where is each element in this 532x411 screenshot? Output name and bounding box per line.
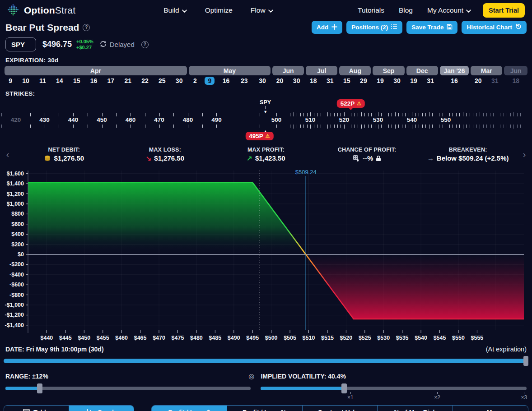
tab-profit-loss-[interactable]: Profit / Loss % [227, 406, 302, 411]
expiration-date[interactable]: 9 [205, 77, 215, 85]
nav-item-build[interactable]: Build [163, 6, 187, 14]
strike-badge-495p[interactable]: 495P⚠ [245, 132, 273, 140]
expiration-date[interactable]: 20 [471, 77, 485, 85]
iv-marker-x2: ×2 [434, 394, 440, 401]
expiration-date[interactable]: 15 [70, 77, 84, 85]
nav-item-blog[interactable]: Blog [399, 6, 413, 14]
iv-marker-tick [524, 392, 524, 394]
tab-graph[interactable]: Graph [69, 406, 134, 411]
expiration-date[interactable]: 16 [448, 77, 461, 85]
expiration-date[interactable]: 30 [173, 77, 186, 85]
strategy-help-icon[interactable]: ? [83, 24, 90, 31]
month-group: May29162330 [188, 66, 271, 86]
optionstrat-logo[interactable]: OptionStrat [6, 4, 75, 17]
expiration-date[interactable]: 29 [357, 77, 370, 85]
month-pill[interactable]: Aug [339, 66, 371, 75]
expiration-date[interactable]: 30 [290, 77, 303, 85]
expiration-date[interactable]: 30 [256, 77, 269, 85]
chevron-down-icon [182, 6, 187, 14]
expiration-date[interactable]: 30 [390, 77, 404, 85]
add-button[interactable]: Add [312, 21, 342, 34]
svg-text:$1,400: $1,400 [7, 180, 24, 187]
date-slider-handle[interactable] [523, 356, 528, 366]
expiration-date[interactable]: 23 [238, 77, 251, 85]
nav-item-my-account[interactable]: My Account [427, 6, 471, 14]
iv-slider[interactable] [261, 383, 527, 393]
strike-tick [88, 125, 88, 128]
target-icon[interactable]: ◎ [248, 372, 254, 380]
expiration-date[interactable]: 19 [407, 77, 420, 85]
expiration-date[interactable]: 16 [219, 77, 233, 85]
expiration-date[interactable]: 19 [373, 77, 387, 85]
expiration-date[interactable]: 15 [340, 77, 354, 85]
month-pill[interactable]: Dec [406, 66, 438, 75]
month-group: Jul1831 [305, 66, 338, 86]
month-pill[interactable]: Jul [306, 66, 337, 75]
month-pill[interactable]: Apr [5, 66, 187, 75]
expiration-date[interactable]: 18 [307, 77, 320, 85]
nav-item-optimize[interactable]: Optimize [205, 6, 233, 14]
strike-tick [202, 113, 203, 116]
expiration-date[interactable]: 10 [19, 77, 33, 85]
expiration-date[interactable]: 22 [138, 77, 152, 85]
strike-tick [59, 113, 59, 116]
month-pill[interactable]: Jun [504, 66, 527, 75]
date-slider[interactable] [4, 356, 528, 366]
svg-text:$440: $440 [41, 335, 53, 341]
expiration-date[interactable]: 20 [273, 77, 287, 85]
month-pill[interactable]: Sep [373, 66, 404, 75]
save-trade-button[interactable]: Save Trade [406, 21, 457, 34]
range-slider[interactable] [5, 383, 261, 393]
tab-more[interactable]: ▼More [453, 406, 528, 411]
tab--of-max-risk[interactable]: % of Max Risk [377, 406, 453, 411]
strike-ruler[interactable]: 4204304404504604704804905005105205305405… [0, 99, 532, 142]
pl-chart[interactable]: $509.24$440$445$450$455$460$465$470$475$… [0, 167, 532, 345]
month-pill[interactable]: Jun [272, 66, 304, 75]
stat-value: ↗$1,423.50 [215, 154, 317, 162]
strike-tick [159, 113, 160, 116]
stats-next-chevron[interactable]: › [518, 149, 530, 160]
strike-badge-522p[interactable]: 522P⚠ [337, 99, 365, 108]
strike-tick [504, 113, 504, 116]
expiration-date[interactable]: 31 [488, 77, 502, 85]
strike-tick [500, 113, 500, 116]
tab-table[interactable]: Table [4, 406, 69, 411]
strike-tick [173, 125, 174, 128]
iv-slider-track[interactable] [261, 387, 527, 390]
delayed-help-icon[interactable]: ? [141, 41, 149, 48]
refresh-icon[interactable] [100, 41, 107, 48]
expiration-date[interactable]: 25 [155, 77, 169, 85]
expiration-date[interactable]: 18 [509, 77, 523, 85]
iv-slider-handle[interactable] [341, 383, 347, 393]
expiration-date[interactable]: 16 [87, 77, 101, 85]
date-slider-track[interactable] [4, 359, 528, 363]
stat-value-text: $1,276.50 [154, 154, 184, 162]
expiration-date[interactable]: 2 [190, 77, 200, 85]
month-pill[interactable]: May [189, 66, 271, 75]
symbol-input[interactable] [5, 37, 36, 51]
expiration-date[interactable]: 17 [104, 77, 118, 85]
stats-prev-chevron[interactable]: ‹ [2, 149, 14, 160]
nav-item-flow[interactable]: Flow [251, 6, 273, 14]
svg-text:$0: $0 [18, 251, 24, 258]
expiration-date[interactable]: 31 [323, 77, 337, 85]
month-pill[interactable]: Jan '26 [440, 66, 469, 75]
month-pill[interactable]: Mar [471, 66, 502, 75]
expiration-date[interactable]: 21 [121, 77, 135, 85]
price-change-pct: +0.05% [76, 39, 93, 45]
expiration-date[interactable]: 14 [53, 77, 66, 85]
month-dates: 1930 [372, 75, 405, 86]
expiration-date[interactable]: 11 [36, 77, 49, 85]
positions-2--button[interactable]: Positions (2) [346, 21, 402, 34]
list-icon [391, 24, 397, 31]
historical-chart-button[interactable]: Historical Chart [462, 21, 527, 34]
expiration-date[interactable]: 9 [5, 77, 15, 85]
iv-marker-x3: ×3 [521, 394, 527, 401]
expiration-date[interactable]: 31 [424, 77, 437, 85]
strike-tick [486, 113, 487, 116]
range-slider-handle[interactable] [37, 383, 42, 393]
nav-item-tutorials[interactable]: Tutorials [358, 6, 384, 14]
tab-profit-loss-[interactable]: Profit / Loss $ [152, 406, 227, 411]
start-trial-button[interactable]: Start Trial [483, 3, 525, 18]
tab-contract-value[interactable]: Contract Value [302, 406, 378, 411]
